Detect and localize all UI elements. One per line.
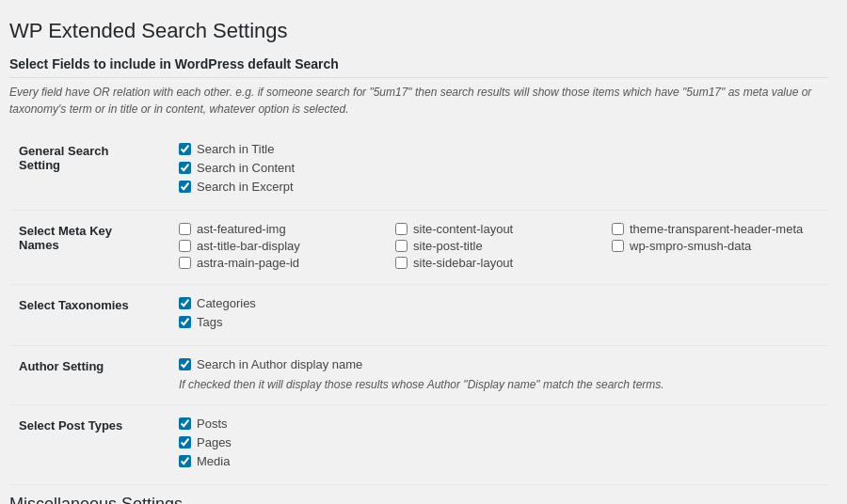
author-display-name-checkbox[interactable]: [179, 358, 191, 370]
meta-site-post-checkbox[interactable]: [395, 240, 408, 252]
select-meta-label: Select Meta Key Names: [9, 211, 160, 285]
meta-site-sidebar-row: site-sidebar-layout: [395, 256, 602, 270]
meta-wp-smpro-label: wp-smpro-smush-data: [630, 239, 751, 253]
search-title-label: Search in Title: [197, 142, 274, 156]
meta-wp-smpro-checkbox[interactable]: [612, 240, 624, 252]
meta-theme-transparent-checkbox[interactable]: [612, 223, 624, 235]
search-excerpt-row: Search in Excerpt: [179, 180, 819, 194]
author-display-name-label: Search in Author display name: [197, 357, 362, 371]
pt-posts-checkbox[interactable]: [179, 417, 191, 430]
pt-media-label: Media: [197, 454, 230, 468]
tax-tags-row: Tags: [179, 315, 819, 329]
tax-categories-row: Categories: [179, 296, 819, 310]
general-search-label: General Search Setting: [9, 131, 160, 211]
section1-title: Select Fields to include in WordPress de…: [9, 56, 828, 78]
meta-ast-featured-checkbox[interactable]: [179, 223, 191, 235]
meta-site-sidebar-checkbox[interactable]: [395, 257, 408, 269]
misc-section-title: Miscellaneous Settings: [9, 495, 828, 504]
pt-media-row: Media: [179, 454, 819, 468]
general-search-content: Search in Title Search in Content Search…: [160, 131, 828, 211]
general-search-row: General Search Setting Search in Title S…: [9, 131, 828, 211]
select-taxonomies-label: Select Taxonomies: [9, 285, 160, 346]
meta-ast-title-checkbox[interactable]: [179, 240, 191, 252]
meta-col3: theme-transparent-header-meta wp-smpro-s…: [612, 222, 819, 273]
meta-col1: ast-featured-img ast-title-bar-display a…: [179, 222, 386, 273]
search-content-row: Search in Content: [179, 161, 819, 175]
meta-ast-featured-label: ast-featured-img: [197, 222, 286, 236]
search-content-checkbox[interactable]: [179, 162, 191, 174]
pt-posts-row: Posts: [179, 417, 819, 431]
meta-site-sidebar-label: site-sidebar-layout: [413, 256, 513, 270]
author-setting-hint: If checked then it will display those re…: [179, 376, 819, 393]
author-setting-label: Author Setting: [9, 346, 160, 405]
select-post-types-label: Select Post Types: [9, 405, 160, 485]
select-post-types-row: Select Post Types Posts Pages Media: [9, 405, 828, 485]
meta-theme-transparent-row: theme-transparent-header-meta: [612, 222, 819, 236]
search-excerpt-checkbox[interactable]: [179, 181, 191, 193]
meta-site-content-label: site-content-layout: [413, 222, 513, 236]
meta-ast-title-label: ast-title-bar-display: [197, 239, 300, 253]
author-setting-row: Author Setting Search in Author display …: [9, 346, 828, 405]
meta-wp-smpro-row: wp-smpro-smush-data: [612, 239, 819, 253]
search-excerpt-label: Search in Excerpt: [197, 180, 294, 194]
meta-astra-main-row: astra-main-page-id: [179, 256, 386, 270]
tax-categories-label: Categories: [197, 296, 256, 310]
meta-theme-transparent-label: theme-transparent-header-meta: [630, 222, 803, 236]
select-taxonomies-row: Select Taxonomies Categories Tags: [9, 285, 828, 346]
meta-ast-featured-row: ast-featured-img: [179, 222, 386, 236]
meta-col2: site-content-layout site-post-title site…: [395, 222, 602, 273]
search-content-label: Search in Content: [197, 161, 295, 175]
meta-astra-main-checkbox[interactable]: [179, 257, 191, 269]
select-post-types-content: Posts Pages Media: [160, 405, 828, 485]
meta-astra-main-label: astra-main-page-id: [197, 256, 299, 270]
select-taxonomies-content: Categories Tags: [160, 285, 828, 346]
settings-table: General Search Setting Search in Title S…: [9, 131, 828, 485]
search-title-checkbox[interactable]: [179, 143, 191, 155]
meta-site-post-label: site-post-title: [413, 239, 483, 253]
tax-tags-checkbox[interactable]: [179, 316, 191, 328]
author-setting-content: Search in Author display name If checked…: [160, 346, 828, 405]
meta-ast-title-row: ast-title-bar-display: [179, 239, 386, 253]
tax-categories-checkbox[interactable]: [179, 297, 191, 309]
pt-media-checkbox[interactable]: [179, 455, 191, 467]
pt-pages-checkbox[interactable]: [179, 436, 191, 449]
meta-grid: ast-featured-img ast-title-bar-display a…: [179, 222, 819, 273]
page-wrapper: WP Extended Search Settings Select Field…: [9, 19, 828, 504]
pt-pages-label: Pages: [197, 435, 232, 449]
section1-description: Every field have OR relation with each o…: [9, 84, 828, 118]
meta-site-content-checkbox[interactable]: [395, 223, 408, 235]
search-title-row: Search in Title: [179, 142, 819, 156]
page-title: WP Extended Search Settings: [9, 19, 828, 43]
pt-posts-label: Posts: [197, 417, 228, 431]
pt-pages-row: Pages: [179, 435, 819, 449]
select-meta-content: ast-featured-img ast-title-bar-display a…: [160, 211, 828, 285]
meta-site-content-row: site-content-layout: [395, 222, 602, 236]
select-meta-row: Select Meta Key Names ast-featured-img a…: [9, 211, 828, 285]
meta-site-post-row: site-post-title: [395, 239, 602, 253]
author-display-name-row: Search in Author display name: [179, 357, 819, 371]
tax-tags-label: Tags: [197, 315, 222, 329]
